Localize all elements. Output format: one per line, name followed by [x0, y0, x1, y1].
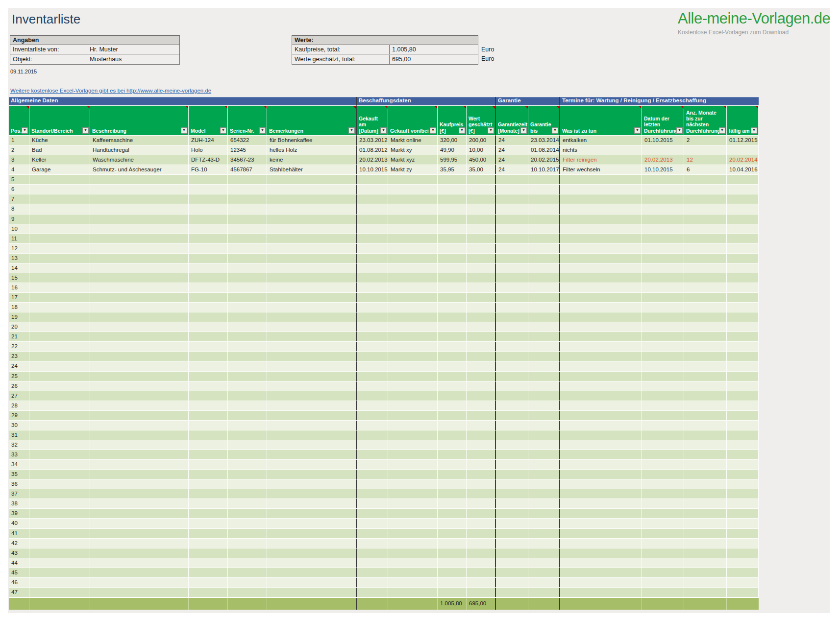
table-cell[interactable] [438, 529, 467, 538]
table-cell[interactable] [189, 263, 228, 273]
table-cell[interactable] [642, 509, 684, 518]
table-cell[interactable] [29, 293, 90, 302]
table-cell[interactable] [467, 263, 496, 273]
table-cell[interactable] [496, 312, 528, 322]
table-cell[interactable] [267, 430, 357, 440]
table-cell[interactable] [496, 234, 528, 243]
table-cell[interactable] [496, 175, 528, 184]
table-cell[interactable] [438, 421, 467, 430]
table-cell[interactable] [528, 440, 560, 450]
table-cell[interactable]: Markt zy [388, 165, 438, 174]
table-cell[interactable] [228, 204, 267, 214]
table-cell[interactable] [560, 214, 642, 224]
column-header[interactable]: Bemerkungen▼ [267, 105, 357, 136]
row-number-cell[interactable]: 14 [9, 263, 29, 273]
table-cell[interactable] [560, 411, 642, 420]
table-cell[interactable] [642, 401, 684, 410]
table-cell[interactable] [560, 352, 642, 361]
filter-button[interactable]: ▼ [552, 127, 558, 134]
table-cell[interactable] [29, 450, 90, 459]
table-cell[interactable] [267, 322, 357, 332]
table-cell[interactable] [496, 489, 528, 499]
table-cell[interactable] [357, 303, 388, 312]
table-cell[interactable] [642, 244, 684, 253]
row-number-cell[interactable]: 23 [9, 352, 29, 361]
table-cell[interactable] [228, 391, 267, 401]
table-cell[interactable] [642, 539, 684, 548]
table-cell[interactable] [228, 539, 267, 548]
table-cell[interactable]: 12 [684, 155, 727, 165]
table-cell[interactable] [438, 489, 467, 499]
table-cell[interactable] [228, 519, 267, 528]
table-cell[interactable] [467, 224, 496, 234]
table-cell[interactable] [560, 254, 642, 263]
table-cell[interactable] [560, 450, 642, 459]
table-cell[interactable] [528, 568, 560, 577]
filter-button[interactable]: ▼ [380, 127, 387, 134]
table-cell[interactable] [496, 283, 528, 292]
row-number-cell[interactable]: 8 [9, 204, 29, 214]
table-cell[interactable] [189, 224, 228, 234]
table-cell[interactable] [267, 381, 357, 391]
table-cell[interactable] [438, 293, 467, 302]
table-cell[interactable] [189, 194, 228, 204]
table-cell[interactable] [642, 470, 684, 479]
filter-button[interactable]: ▼ [82, 127, 89, 134]
table-cell[interactable] [388, 273, 438, 283]
table-cell[interactable] [467, 411, 496, 420]
table-cell[interactable] [438, 204, 467, 214]
table-cell[interactable] [29, 470, 90, 479]
table-cell[interactable] [684, 352, 727, 361]
table-cell[interactable] [438, 332, 467, 341]
row-number-cell[interactable]: 2 [9, 145, 29, 155]
table-cell[interactable] [560, 519, 642, 528]
table-cell[interactable] [90, 381, 189, 391]
table-cell[interactable]: 4567867 [228, 165, 267, 174]
table-cell[interactable] [684, 283, 727, 292]
table-cell[interactable] [189, 519, 228, 528]
table-cell[interactable] [642, 224, 684, 234]
table-cell[interactable] [228, 568, 267, 577]
table-cell[interactable] [29, 489, 90, 499]
column-header[interactable]: Anz. Monate bis zur nächsten Durchführun… [684, 105, 727, 136]
table-cell[interactable] [560, 293, 642, 302]
row-number-cell[interactable]: 43 [9, 548, 29, 558]
table-cell[interactable]: Waschmaschine [90, 155, 189, 165]
table-cell[interactable] [467, 450, 496, 459]
table-cell[interactable]: Markt online [388, 136, 438, 145]
column-header[interactable]: Kaufpreis [€]▼ [438, 105, 467, 136]
table-cell[interactable] [684, 234, 727, 243]
table-cell[interactable] [684, 489, 727, 499]
table-cell[interactable] [438, 568, 467, 577]
table-cell[interactable] [29, 214, 90, 224]
table-cell[interactable] [228, 342, 267, 351]
table-cell[interactable] [357, 411, 388, 420]
table-cell[interactable] [560, 499, 642, 508]
table-cell[interactable] [467, 391, 496, 401]
totals-cell[interactable] [684, 598, 727, 610]
table-cell[interactable] [438, 312, 467, 322]
table-cell[interactable] [357, 283, 388, 292]
table-cell[interactable] [528, 352, 560, 361]
table-cell[interactable] [189, 381, 228, 391]
table-cell[interactable] [684, 470, 727, 479]
table-cell[interactable] [189, 204, 228, 214]
table-cell[interactable] [496, 539, 528, 548]
table-cell[interactable] [29, 509, 90, 518]
table-cell[interactable] [388, 312, 438, 322]
table-cell[interactable] [189, 460, 228, 469]
table-cell[interactable] [467, 401, 496, 410]
table-cell[interactable] [357, 175, 388, 184]
table-cell[interactable] [388, 244, 438, 253]
table-cell[interactable] [388, 263, 438, 273]
table-cell[interactable] [267, 352, 357, 361]
table-cell[interactable] [684, 430, 727, 440]
table-cell[interactable] [189, 244, 228, 253]
table-cell[interactable] [228, 411, 267, 420]
table-cell[interactable] [267, 470, 357, 479]
table-cell[interactable] [267, 254, 357, 263]
table-cell[interactable] [189, 254, 228, 263]
table-cell[interactable] [29, 263, 90, 273]
table-cell[interactable] [357, 254, 388, 263]
table-cell[interactable] [560, 263, 642, 273]
